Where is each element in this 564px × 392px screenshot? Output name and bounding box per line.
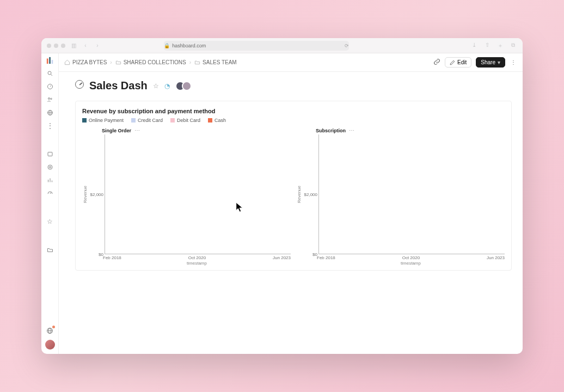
swatch-icon [208,118,212,122]
legend-item[interactable]: Debit Card [170,118,200,123]
download-icon[interactable]: ⤓ [470,42,478,50]
legend-label: Debit Card [177,118,200,123]
collaborator-avatars[interactable] [175,81,192,91]
more-vert-icon[interactable]: ⋮ [510,59,517,65]
chart-plot-area[interactable] [318,134,505,254]
browser-bar: ▥ ‹ › 🔒 hashboard.com ⟳ ⤓ ⇧ ＋ ⧉ [41,38,523,53]
chart-plot-area[interactable] [105,134,291,254]
notifications-icon[interactable] [46,327,54,334]
left-rail: ⋮ ☆ [41,53,59,354]
svg-rect-2 [51,60,53,64]
target-icon[interactable] [46,163,54,171]
legend-item[interactable]: Online Payment [82,118,124,123]
svg-point-8 [50,98,52,100]
home-icon [64,59,70,65]
close-dot[interactable] [47,44,51,48]
star-icon[interactable]: ☆ [46,218,54,225]
breadcrumb-item-collection[interactable]: SHARED COLLECTIONS [115,59,186,65]
y-axis-label: Revenue [296,134,302,254]
y-axis-ticks: $0 $2,000 [302,134,318,254]
y-axis-label: Revenue [82,134,88,254]
dashboard-icon [75,80,84,89]
legend-label: Cash [214,118,226,123]
svg-point-3 [48,71,51,75]
svg-rect-1 [49,57,51,64]
reload-icon[interactable]: ⟳ [345,43,349,48]
metrics-icon[interactable] [46,176,54,184]
clock-icon[interactable]: ◔ [164,82,170,90]
minimize-dot[interactable] [54,44,58,48]
folder-icon [194,59,200,65]
search-icon[interactable] [46,70,54,77]
svg-point-13 [48,165,52,169]
sidebar-toggle-icon[interactable]: ▥ [70,42,77,48]
page-title: Sales Dash [89,79,148,92]
svg-line-18 [50,193,51,194]
revenue-panel: Revenue by subscription and payment meth… [75,101,512,271]
new-tab-icon[interactable]: ＋ [496,42,504,50]
svg-point-7 [48,98,50,100]
speed-icon[interactable] [46,189,54,197]
y-axis-ticks: $0 $2,000 [88,134,105,254]
chart-subtitle: Subscription [316,128,346,133]
share-icon[interactable]: ⇧ [483,42,491,50]
avatar [182,81,192,91]
address-bar[interactable]: 🔒 hashboard.com ⟳ [164,41,349,51]
x-axis-ticks: Feb 2018 Oct 2020 Jun 2023 [317,254,505,260]
legend-item[interactable]: Cash [208,118,226,123]
address-text: hashboard.com [172,43,206,48]
svg-rect-0 [46,59,48,64]
breadcrumb-label: SHARED COLLECTIONS [124,59,186,65]
share-button-label: Share [481,59,495,65]
window-controls[interactable] [47,44,65,48]
chart-menu-icon[interactable]: ⋯ [134,127,140,133]
user-avatar[interactable] [45,340,55,350]
collection-icon[interactable] [46,150,54,158]
more-vert-icon[interactable]: ⋮ [46,122,54,130]
globe-icon[interactable] [46,109,54,117]
chart-menu-icon[interactable]: ⋯ [349,127,354,133]
chart-single-order: Single Order ⋯ Revenue $0 $2,000 [82,127,291,266]
nav-back-icon[interactable]: ‹ [82,42,89,48]
edit-button-label: Edit [457,59,467,65]
browser-window: ▥ ‹ › 🔒 hashboard.com ⟳ ⤓ ⇧ ＋ ⧉ ⋮ [41,38,523,354]
x-axis-ticks: Feb 2018 Oct 2020 Jun 2023 [103,254,291,260]
legend-label: Credit Card [138,118,163,123]
swatch-icon [131,118,136,122]
star-outline-icon[interactable]: ☆ [153,82,159,90]
x-axis-label: timestamp [103,261,291,266]
page-content: Revenue by subscription and payment meth… [59,95,523,354]
app-bar: PIZZA BYTES › SHARED COLLECTIONS › SALES… [59,53,523,72]
svg-line-4 [51,75,52,76]
swatch-icon [82,118,87,122]
gauge-icon[interactable] [46,83,54,90]
tabs-icon[interactable]: ⧉ [510,42,517,50]
zoom-dot[interactable] [61,44,65,48]
link-icon[interactable] [433,58,440,66]
svg-rect-12 [48,152,52,156]
breadcrumb-item-root[interactable]: PIZZA BYTES [64,59,107,65]
legend-item[interactable]: Credit Card [131,118,163,123]
chart-subtitle: Single Order [102,128,131,133]
share-button[interactable]: Share ▾ [476,57,505,68]
chevron-right-icon: › [189,59,191,65]
breadcrumb-label: PIZZA BYTES [72,59,107,65]
chart-legend: Online Payment Credit Card Debit Card Ca… [82,118,505,123]
svg-line-6 [50,85,51,87]
panel-title: Revenue by subscription and payment meth… [82,108,505,114]
page-header: Sales Dash ☆ ◔ [59,72,523,95]
edit-button[interactable]: Edit [445,57,471,68]
nav-forward-icon[interactable]: › [94,42,101,48]
svg-point-14 [49,167,51,168]
pencil-icon [450,60,455,65]
breadcrumb-label: SALES TEAM [203,59,237,65]
x-axis-label: timestamp [317,261,505,266]
lock-icon: 🔒 [164,43,170,48]
app-logo-icon[interactable] [46,57,54,64]
people-icon[interactable] [46,96,54,103]
legend-label: Online Payment [89,118,124,123]
chart-subscription: Subscription ⋯ Revenue $0 $2,000 [296,127,505,266]
breadcrumb: PIZZA BYTES › SHARED COLLECTIONS › SALES… [64,59,430,65]
folder-icon[interactable] [46,246,54,254]
breadcrumb-item-team[interactable]: SALES TEAM [194,59,237,65]
